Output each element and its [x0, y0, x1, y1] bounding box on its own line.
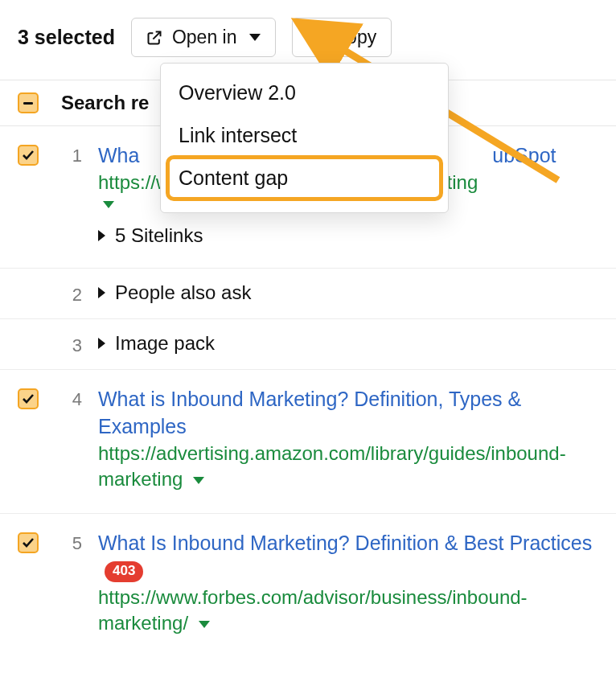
row-checkbox[interactable]	[18, 532, 39, 553]
sitelinks-label: 5 Sitelinks	[115, 224, 203, 247]
result-row: 5 What Is Inbound Marketing? Definition …	[0, 514, 616, 657]
feature-label: Image pack	[115, 332, 215, 355]
copy-icon	[307, 30, 323, 46]
select-all-checkbox[interactable]	[18, 92, 39, 113]
open-in-dropdown: Overview 2.0 Link intersect Content gap	[160, 63, 449, 213]
result-url-text: https://advertising.amazon.com/library/g…	[98, 442, 566, 490]
sitelinks-toggle[interactable]: 5 Sitelinks	[98, 224, 598, 247]
chevron-down-icon[interactable]	[199, 621, 210, 628]
row-index: 2	[61, 281, 98, 306]
column-header-search-results: Search re	[61, 92, 149, 114]
chevron-down-icon	[249, 34, 261, 41]
open-in-button[interactable]: Open in	[131, 18, 277, 57]
feature-label: People also ask	[115, 281, 251, 304]
selected-count: 3 selected	[18, 26, 115, 49]
result-title-text: What Is Inbound Marketing? Definition & …	[98, 532, 592, 554]
status-badge: 403	[105, 561, 143, 582]
row-index: 1	[61, 142, 98, 166]
result-row: 4 What is Inbound Marketing? Definition,…	[0, 370, 616, 514]
caret-right-icon	[98, 230, 105, 241]
result-url[interactable]: https://advertising.amazon.com/library/g…	[98, 441, 598, 493]
feature-toggle[interactable]: Image pack	[98, 332, 598, 355]
result-url-text: https://www.forbes.com/advisor/business/…	[98, 586, 528, 634]
row-checkbox[interactable]	[18, 388, 39, 409]
row-index: 5	[61, 530, 98, 554]
copy-label: Copy	[333, 27, 376, 48]
result-row: 2 People also ask	[0, 269, 616, 319]
svg-rect-3	[23, 102, 33, 105]
row-index: 4	[61, 386, 98, 410]
caret-right-icon	[98, 338, 105, 349]
result-row: 3 Image pack	[0, 319, 616, 370]
result-title[interactable]: What is Inbound Marketing? Definition, T…	[98, 386, 598, 441]
chevron-down-icon[interactable]	[103, 201, 114, 208]
dropdown-item-overview[interactable]: Overview 2.0	[161, 72, 448, 114]
open-in-label: Open in	[172, 27, 237, 48]
row-index: 3	[61, 332, 98, 356]
result-url[interactable]: https://www.forbes.com/advisor/business/…	[98, 585, 598, 637]
row-checkbox[interactable]	[18, 145, 39, 166]
result-title-left: Wha	[98, 144, 139, 166]
dropdown-item-content-gap[interactable]: Content gap	[167, 157, 441, 199]
result-title-right: ubSpot	[492, 144, 556, 166]
chevron-down-icon[interactable]	[193, 477, 204, 484]
dropdown-item-link-intersect[interactable]: Link intersect	[161, 114, 448, 157]
caret-right-icon	[98, 287, 105, 298]
feature-toggle[interactable]: People also ask	[98, 281, 598, 304]
external-link-icon	[146, 30, 162, 46]
result-title[interactable]: What Is Inbound Marketing? Definition & …	[98, 530, 598, 585]
copy-button[interactable]: Copy	[292, 18, 392, 57]
svg-rect-1	[310, 32, 318, 40]
